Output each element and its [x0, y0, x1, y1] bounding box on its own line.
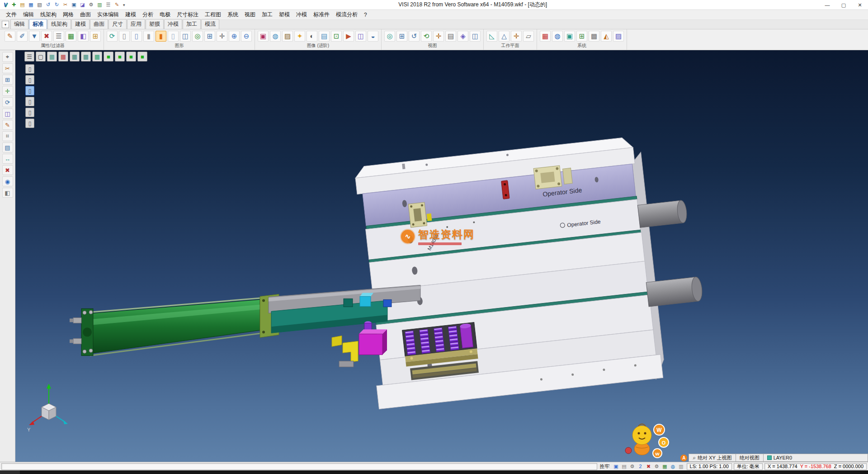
- menu-item-7[interactable]: 分析: [139, 10, 156, 19]
- clip-plane-icon-1[interactable]: ▯: [25, 64, 34, 74]
- menu-item-4[interactable]: 曲面: [77, 10, 94, 19]
- absolute-view-indicator[interactable]: 绝对视图: [736, 454, 763, 462]
- light-icon[interactable]: ✦: [294, 31, 305, 42]
- maximize-button[interactable]: ▢: [835, 0, 852, 10]
- menu-item-9[interactable]: 尺寸标注: [174, 10, 202, 19]
- multi-view-icon[interactable]: ◫: [470, 31, 481, 42]
- system-grid-icon[interactable]: ⊞: [576, 31, 587, 42]
- background-icon[interactable]: ▤: [319, 31, 330, 42]
- redo-icon[interactable]: ↻: [53, 2, 61, 8]
- menu-item-6[interactable]: 建模: [122, 10, 139, 19]
- menu-item-17[interactable]: 模流分析: [333, 10, 361, 19]
- snap-grid-icon[interactable]: ⊞: [2, 75, 13, 85]
- tab-1[interactable]: 标准: [29, 19, 47, 29]
- tab-5[interactable]: 尺寸: [108, 19, 127, 29]
- globe-icon[interactable]: ◍: [552, 31, 563, 42]
- pan-icon[interactable]: ✛: [217, 31, 227, 42]
- stereo-icon[interactable]: ◫: [355, 31, 366, 42]
- cube-view-icon-4[interactable]: ■: [137, 52, 147, 62]
- menu-item-2[interactable]: 线架构: [37, 10, 60, 19]
- tab-2[interactable]: 线架构: [47, 19, 71, 29]
- perspective-icon[interactable]: ◈: [458, 31, 468, 42]
- tab-9[interactable]: 加工: [183, 19, 201, 29]
- open-file-icon[interactable]: ▤: [19, 2, 26, 8]
- annotation-badge[interactable]: A: [680, 455, 687, 461]
- menu-item-14[interactable]: 塑模: [276, 10, 293, 19]
- minimize-button[interactable]: —: [819, 0, 835, 10]
- settings-icon[interactable]: ⚙: [87, 2, 95, 8]
- status-panel-icon[interactable]: ▥: [678, 464, 685, 469]
- cube-view-icon-1[interactable]: ■: [104, 52, 113, 62]
- layer-filter-icon[interactable]: ◧: [78, 31, 89, 42]
- workplane-list-icon[interactable]: ▱: [523, 31, 534, 42]
- status-count-badge[interactable]: 2: [637, 464, 644, 469]
- workplane-icon[interactable]: ◺: [486, 31, 497, 42]
- table-icon[interactable]: ▩: [589, 31, 599, 42]
- scale-field[interactable]: LS: 1.00 PS: 1.00: [687, 463, 732, 470]
- delete-filter-icon[interactable]: ✖: [41, 31, 52, 42]
- menu-item-15[interactable]: 冲模: [293, 10, 310, 19]
- clip-plane-icon-2[interactable]: ▯: [25, 75, 34, 85]
- status-settings-icon[interactable]: ⚙: [653, 464, 660, 469]
- menu-item-18[interactable]: ?: [361, 11, 370, 19]
- cut-icon[interactable]: ✂: [61, 2, 69, 8]
- paste-icon[interactable]: ◪: [79, 2, 86, 8]
- menu-item-11[interactable]: 系统: [224, 10, 241, 19]
- workplane-align-icon[interactable]: ✛: [511, 31, 522, 42]
- status-globe-icon[interactable]: ◍: [670, 464, 677, 469]
- transparent-icon[interactable]: ▯: [168, 31, 179, 42]
- mask-icon[interactable]: ◧: [2, 188, 13, 198]
- dimension-icon[interactable]: ⌗: [2, 131, 13, 141]
- copy-icon[interactable]: ▣: [70, 2, 78, 8]
- tab-7[interactable]: 塑膜: [146, 19, 164, 29]
- animation-icon[interactable]: ▶: [343, 31, 354, 42]
- status-doc-icon[interactable]: ▣: [613, 464, 620, 469]
- status-gear-icon[interactable]: ⚙: [629, 464, 636, 469]
- hidden-line-icon[interactable]: ▯: [131, 31, 142, 42]
- point-snap-icon[interactable]: ✛: [2, 86, 13, 96]
- command-prompt-field[interactable]: [1, 463, 597, 470]
- monitor-icon[interactable]: ▣: [564, 31, 575, 42]
- menu-item-8[interactable]: 电极: [156, 10, 174, 19]
- clip-plane-icon-6[interactable]: ▯: [25, 118, 34, 128]
- quick-access-dropdown-icon[interactable]: ▾: [122, 3, 127, 7]
- cube-view-icon-2[interactable]: ■: [115, 52, 125, 62]
- database-icon[interactable]: ▨: [613, 31, 624, 42]
- filter-icon[interactable]: ▼: [29, 31, 40, 42]
- zoom-out-icon[interactable]: ⊖: [241, 31, 252, 42]
- zoom-window-icon[interactable]: ⊞: [396, 31, 407, 42]
- iso-view-icon-1[interactable]: ▦: [47, 52, 57, 62]
- iso-view-icon-3[interactable]: ▦: [70, 52, 80, 62]
- trim-icon[interactable]: ✂: [2, 63, 13, 73]
- list-filter-icon[interactable]: ☰: [53, 31, 64, 42]
- select-icon[interactable]: ⌖: [2, 52, 13, 62]
- mold-assembly[interactable]: Operator Side Operator Side: [352, 131, 711, 410]
- status-box-icon[interactable]: ▦: [661, 464, 669, 469]
- shaded-icon[interactable]: ▮: [143, 31, 154, 42]
- iso-view-icon-2[interactable]: ▦: [58, 52, 68, 62]
- dynamic-view-icon[interactable]: ◎: [192, 31, 203, 42]
- cube-view-icon-3[interactable]: ■: [126, 52, 136, 62]
- tab-3[interactable]: 建模: [71, 19, 90, 29]
- view-list-icon[interactable]: ▤: [445, 31, 456, 42]
- tab-dropdown-icon[interactable]: ▾: [2, 21, 9, 28]
- layers-icon[interactable]: ▤: [2, 142, 13, 152]
- status-mail-icon[interactable]: ▤: [621, 464, 628, 469]
- tab-4[interactable]: 曲面: [90, 19, 108, 29]
- refresh-icon[interactable]: ⟳: [107, 31, 118, 42]
- workplane-3pt-icon[interactable]: △: [499, 31, 509, 42]
- clip-plane-icon-3[interactable]: ▯: [25, 86, 34, 95]
- rotate-tool-icon[interactable]: ⟳: [2, 97, 13, 107]
- rotate-view-icon[interactable]: ⟲: [421, 31, 432, 42]
- status-error-icon[interactable]: ✖: [645, 464, 652, 469]
- view-menu-icon[interactable]: ☰: [24, 52, 34, 62]
- edit-icon[interactable]: ✎: [113, 2, 121, 8]
- menu-item-5[interactable]: 实体编辑: [94, 10, 122, 19]
- menu-item-0[interactable]: 文件: [3, 10, 20, 19]
- snapshot-icon[interactable]: ⊡: [331, 31, 342, 42]
- grid-icon[interactable]: ▥: [96, 2, 104, 8]
- compare-icon[interactable]: ◒: [368, 31, 378, 42]
- shaded-edges-icon[interactable]: ▮: [156, 31, 166, 42]
- tab-6[interactable]: 应用: [127, 19, 145, 29]
- calculator-icon[interactable]: ◭: [601, 31, 612, 42]
